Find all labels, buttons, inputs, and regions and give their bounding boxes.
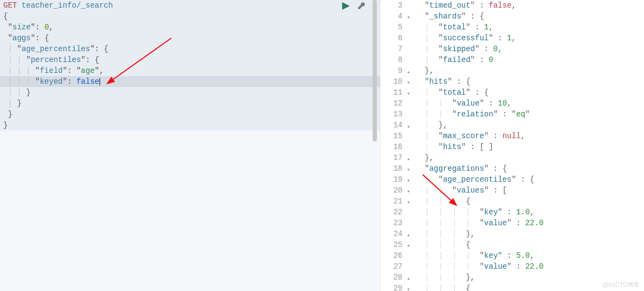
resp-line: | "age_percentiles" : { xyxy=(416,174,543,185)
resp-line: | "skipped" : 0, xyxy=(416,44,543,54)
code-line: GET teacher_info/_search xyxy=(0,0,380,11)
resp-line: "hits" : { xyxy=(416,76,543,87)
resp-line: "timed_out" : false, xyxy=(416,0,543,11)
resp-line: }, xyxy=(416,65,543,76)
resp-line: "aggregations" : { xyxy=(416,163,543,174)
resp-line: | "max_score" : null, xyxy=(416,131,543,141)
code-line: } xyxy=(0,120,380,131)
resp-line: | | "values" : [ xyxy=(416,185,543,196)
text-cursor xyxy=(100,78,100,85)
response-body: "timed_out" : false, "_shards" : { | "to… xyxy=(405,0,543,291)
code-line: | | | "field": "age", xyxy=(0,65,380,76)
editor-scrollbar[interactable] xyxy=(373,0,377,141)
resp-line: | | | | "key" : 1.0, xyxy=(416,207,543,218)
http-method: GET xyxy=(3,1,17,10)
code-line: { xyxy=(0,11,380,22)
resp-line: | "failed" : 0 xyxy=(416,54,543,65)
wrench-icon xyxy=(357,2,366,10)
resp-line: | | | { xyxy=(416,283,543,291)
code-line-active: | | | "keyed": false xyxy=(0,76,380,87)
request-path: teacher_info/_search xyxy=(22,1,113,10)
code-line: "size": 0, xyxy=(0,22,380,33)
resp-line: "_shards" : { xyxy=(416,11,543,22)
svg-marker-0 xyxy=(342,2,350,10)
resp-line: | "successful" : 1, xyxy=(416,33,543,44)
code-line: | } xyxy=(0,98,380,109)
editor-controls xyxy=(341,1,366,11)
request-editor[interactable]: GET teacher_info/_search { "size": 0, "a… xyxy=(0,0,381,291)
play-icon xyxy=(342,2,350,10)
code-line: "aggs": { xyxy=(0,33,380,44)
resp-line: | | | { xyxy=(416,239,543,250)
query-settings-button[interactable] xyxy=(356,1,366,11)
resp-line: | | | | "key" : 5.0, xyxy=(416,250,543,261)
code-line: } xyxy=(0,109,380,120)
resp-line: | | | | "value" : 22.0 xyxy=(416,261,543,272)
resp-line: | | | { xyxy=(416,196,543,207)
resp-line: | | | | "value" : 22.0 xyxy=(416,218,543,228)
resp-line: | "hits" : [ ] xyxy=(416,141,543,152)
resp-line: | }, xyxy=(416,120,543,131)
resp-line: }, xyxy=(416,152,543,163)
line-gutter: 3 4▾ 5 6 7 8 9▴ 10▾ 11▾ 12 13 14▴ 15 16 … xyxy=(381,0,405,291)
watermark: @61CTO博客 xyxy=(603,281,640,289)
resp-line: | | | }, xyxy=(416,228,543,239)
code-line: | | "percentiles": { xyxy=(0,54,380,65)
response-viewer[interactable]: 3 4▾ 5 6 7 8 9▴ 10▾ 11▾ 12 13 14▴ 15 16 … xyxy=(381,0,644,291)
resp-line: | "total" : { xyxy=(416,87,543,98)
resp-line: | | | }, xyxy=(416,272,543,283)
resp-line: | | "relation" : "eq" xyxy=(416,109,543,120)
code-line: | | } xyxy=(0,87,380,98)
resp-line: | "total" : 1, xyxy=(416,22,543,33)
resp-line: | | "value" : 10, xyxy=(416,98,543,109)
run-query-button[interactable] xyxy=(341,1,351,11)
code-line: | "age_percentiles": { xyxy=(0,44,380,54)
